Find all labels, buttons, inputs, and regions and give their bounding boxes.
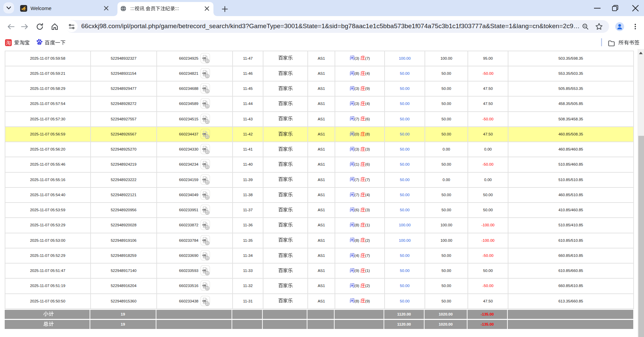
svg-text:du: du bbox=[38, 42, 41, 44]
